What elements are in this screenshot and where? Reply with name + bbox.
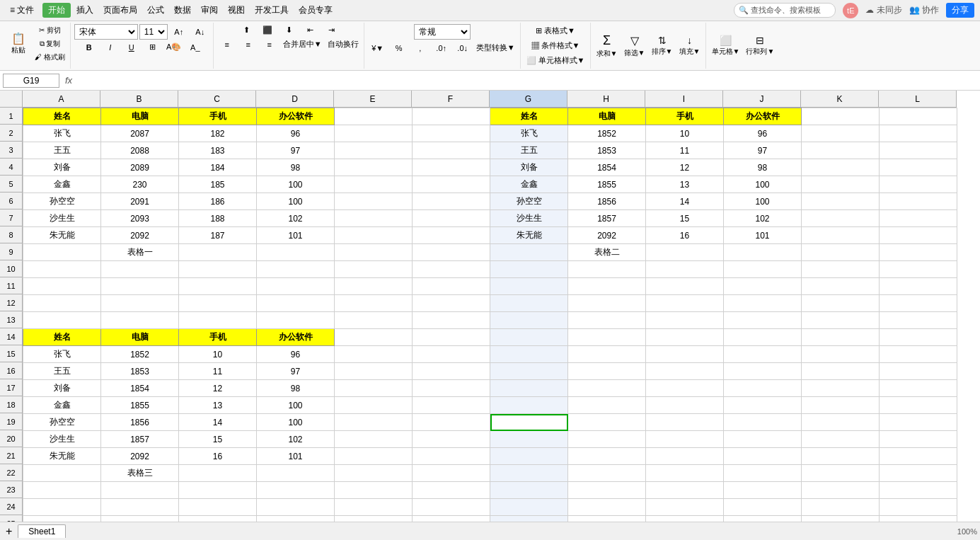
table-row[interactable] <box>724 482 802 499</box>
table-row[interactable]: 1855 <box>568 176 646 193</box>
tab-dev[interactable]: 开发工具 <box>250 3 293 18</box>
table-row[interactable] <box>724 380 802 397</box>
tab-kaishi[interactable]: 开始 <box>42 3 71 18</box>
table-row[interactable] <box>413 261 490 278</box>
table-row[interactable]: 182 <box>179 125 257 142</box>
table-row[interactable] <box>179 278 257 295</box>
table-row[interactable]: 1853 <box>568 142 646 159</box>
table-row[interactable]: 13 <box>646 176 724 193</box>
font-size-select[interactable]: 11 <box>139 24 168 40</box>
table-row[interactable]: 孙空空 <box>490 193 568 210</box>
table-row[interactable]: 1853 <box>101 363 179 380</box>
table-row[interactable]: 刘备 <box>23 159 101 176</box>
row-header-12[interactable]: 12 <box>0 294 23 311</box>
cell-style-btn[interactable]: ⬜ 单元格样式▼ <box>524 54 587 67</box>
col-header-d[interactable]: D <box>256 91 334 108</box>
sum-btn[interactable]: Σ求和▼ <box>594 32 620 60</box>
table-row[interactable]: 13 <box>179 397 257 414</box>
col-header-l[interactable]: L <box>879 91 957 108</box>
table-row[interactable]: 王五 <box>23 142 101 159</box>
table-row[interactable]: 2092 <box>568 227 646 244</box>
table-row[interactable]: 姓名 <box>490 108 568 125</box>
table-row[interactable] <box>880 244 957 261</box>
row-header-11[interactable]: 11 <box>0 277 23 294</box>
row-header-1[interactable]: 1 <box>0 108 23 125</box>
tab-data[interactable]: 数据 <box>170 3 195 18</box>
row-header-22[interactable]: 22 <box>0 464 23 481</box>
table-row[interactable]: 187 <box>179 227 257 244</box>
table-row[interactable] <box>880 431 957 448</box>
table-row[interactable]: 1852 <box>101 346 179 363</box>
table-row[interactable] <box>646 414 724 431</box>
table-row[interactable] <box>335 397 413 414</box>
table-row[interactable] <box>802 278 880 295</box>
col-header-i[interactable]: I <box>645 91 723 108</box>
table-row[interactable]: 15 <box>179 431 257 448</box>
col-header-g[interactable]: G <box>490 91 567 108</box>
table-row[interactable] <box>568 278 646 295</box>
table-row[interactable] <box>490 499 568 516</box>
table-row[interactable]: 姓名 <box>23 108 101 125</box>
table-row[interactable] <box>413 193 490 210</box>
table-row[interactable] <box>335 210 413 227</box>
table-row[interactable] <box>646 397 724 414</box>
table-row[interactable]: 101 <box>257 227 335 244</box>
row-header-10[interactable]: 10 <box>0 260 23 277</box>
row-header-24[interactable]: 24 <box>0 498 23 515</box>
table-row[interactable] <box>413 244 490 261</box>
table-row[interactable] <box>335 465 413 482</box>
table-row[interactable] <box>568 414 646 431</box>
table-row[interactable] <box>335 125 413 142</box>
table-row[interactable] <box>179 482 257 499</box>
table-row[interactable] <box>335 448 413 465</box>
table-row[interactable] <box>802 142 880 159</box>
tab-review[interactable]: 审阅 <box>197 3 222 18</box>
zoom-control[interactable]: 100% <box>957 527 977 536</box>
table-row[interactable]: 表格三 <box>101 465 179 482</box>
table-row[interactable]: 96 <box>257 346 335 363</box>
table-row[interactable]: 沙生生 <box>23 210 101 227</box>
table-row[interactable] <box>413 346 490 363</box>
table-row[interactable] <box>646 448 724 465</box>
table-row[interactable] <box>413 414 490 431</box>
table-row[interactable]: 2087 <box>101 125 179 142</box>
table-row[interactable] <box>802 499 880 516</box>
table-row[interactable] <box>646 278 724 295</box>
table-row[interactable]: 11 <box>646 142 724 159</box>
single-cell-btn[interactable]: ⬜单元格▼ <box>710 33 742 58</box>
table-row[interactable] <box>880 261 957 278</box>
table-row[interactable]: 97 <box>257 363 335 380</box>
row-header-23[interactable]: 23 <box>0 481 23 498</box>
table-row[interactable]: 手机 <box>179 329 257 346</box>
row-header-5[interactable]: 5 <box>0 176 23 193</box>
table-row[interactable] <box>101 278 179 295</box>
table-row[interactable] <box>880 397 957 414</box>
table-row[interactable]: 张飞 <box>23 125 101 142</box>
table-row[interactable] <box>724 312 802 329</box>
table-row[interactable]: 100 <box>724 193 802 210</box>
table-row[interactable]: 2092 <box>101 227 179 244</box>
table-row[interactable] <box>880 295 957 312</box>
table-row[interactable]: 97 <box>257 142 335 159</box>
table-row[interactable] <box>880 363 957 380</box>
table-row[interactable] <box>490 244 568 261</box>
row-header-3[interactable]: 3 <box>0 142 23 159</box>
table-row[interactable] <box>490 363 568 380</box>
table-row[interactable]: 2092 <box>101 448 179 465</box>
table-row[interactable]: 1856 <box>101 414 179 431</box>
wrap-btn[interactable]: 自动换行 <box>325 38 361 51</box>
table-row[interactable] <box>179 244 257 261</box>
table-row[interactable]: 16 <box>179 448 257 465</box>
table-row[interactable]: 办公软件 <box>257 108 335 125</box>
table-row[interactable] <box>880 227 957 244</box>
row-header-4[interactable]: 4 <box>0 159 23 176</box>
table-row[interactable] <box>335 499 413 516</box>
table-row[interactable]: 96 <box>724 125 802 142</box>
table-row[interactable] <box>646 380 724 397</box>
table-row[interactable]: 2093 <box>101 210 179 227</box>
table-row[interactable]: 2091 <box>101 193 179 210</box>
table-row[interactable]: 10 <box>646 125 724 142</box>
table-row[interactable]: 手机 <box>646 108 724 125</box>
table-row[interactable]: 电脑 <box>101 329 179 346</box>
table-row[interactable] <box>490 380 568 397</box>
